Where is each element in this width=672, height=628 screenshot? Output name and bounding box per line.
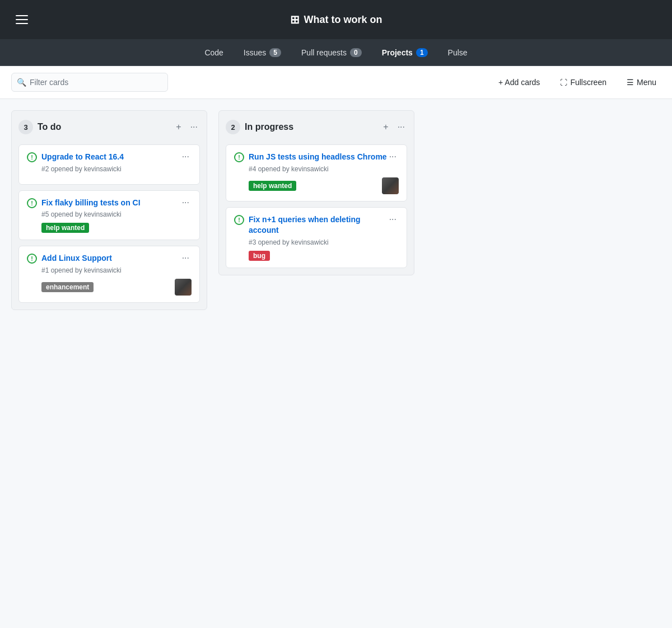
card-header: !Fix n+1 queries when deleting account··…	[234, 214, 399, 236]
nav-item-code-label: Code	[204, 48, 223, 57]
card-meta: #4 opened by kevinsawicki	[249, 165, 399, 173]
search-icon: 🔍	[17, 78, 26, 87]
avatar	[382, 177, 399, 194]
nav-item-issues-label: Issues	[244, 48, 266, 57]
column-in-progress: 2In progress+···!Run JS tests using head…	[218, 110, 414, 275]
card-footer: bug	[249, 251, 399, 261]
card-more-button[interactable]: ···	[387, 152, 399, 162]
card-title[interactable]: Upgrade to React 16.4	[41, 152, 124, 163]
card-header: !Add Linux Support···	[27, 253, 192, 264]
card-title[interactable]: Run JS tests using headless Chrome	[249, 152, 387, 163]
card-labels: help wanted	[249, 181, 296, 191]
card-title-wrap: !Upgrade to React 16.4	[27, 152, 180, 163]
card-footer: enhancement	[41, 279, 192, 296]
column-header-left: 2In progress	[226, 120, 293, 134]
card-header: !Upgrade to React 16.4···	[27, 152, 192, 163]
card-title[interactable]: Fix n+1 queries when deleting account	[249, 214, 387, 236]
card-footer: help wanted	[249, 177, 399, 194]
label-help: help wanted	[41, 223, 89, 233]
avatar	[175, 279, 192, 296]
card-title[interactable]: Add Linux Support	[41, 253, 112, 264]
issue-open-icon: !	[234, 152, 244, 162]
add-cards-label: + Add cards	[498, 78, 540, 87]
projects-badge: 1	[416, 48, 428, 57]
label-enhancement: enhancement	[41, 282, 94, 292]
card-footer: help wanted	[41, 223, 192, 233]
card-meta: #2 opened by kevinsawicki	[41, 165, 192, 173]
card-labels: enhancement	[41, 282, 94, 292]
issues-badge: 5	[269, 48, 281, 57]
menu-lines-icon: ☰	[627, 78, 634, 87]
card: !Fix n+1 queries when deleting account··…	[226, 207, 407, 268]
filter-input-wrap: 🔍	[11, 73, 168, 92]
column-header-in-progress: 2In progress+···	[226, 118, 407, 139]
nav-item-pull-requests[interactable]: Pull requests 0	[292, 44, 371, 62]
card-labels: bug	[249, 251, 270, 261]
issue-open-icon: !	[27, 198, 37, 208]
header: ⊞ What to work on	[0, 0, 672, 39]
card-title[interactable]: Fix flaky billing tests on CI	[41, 198, 141, 209]
nav-item-projects[interactable]: Projects 1	[373, 44, 437, 62]
card-more-button[interactable]: ···	[180, 198, 192, 208]
header-title-text: What to work on	[304, 14, 382, 26]
card-meta: #5 opened by kevinsawicki	[41, 210, 192, 218]
toolbar: 🔍 + Add cards ⛶ Fullscreen ☰ Menu	[0, 66, 672, 99]
fullscreen-button[interactable]: ⛶ Fullscreen	[556, 76, 611, 89]
card: !Upgrade to React 16.4···#2 opened by ke…	[18, 144, 200, 185]
nav-item-pulse-label: Pulse	[448, 48, 468, 57]
card-meta: #1 opened by kevinsawicki	[41, 266, 192, 274]
column-header-left: 3To do	[18, 120, 61, 134]
column-header-actions: +···	[381, 121, 407, 133]
card-title-wrap: !Fix n+1 queries when deleting account	[234, 214, 387, 236]
card: !Fix flaky billing tests on CI···#5 open…	[18, 190, 200, 241]
card: !Run JS tests using headless Chrome···#4…	[226, 144, 407, 201]
card-title-wrap: !Fix flaky billing tests on CI	[27, 198, 180, 209]
card-title-wrap: !Run JS tests using headless Chrome	[234, 152, 387, 163]
column-more-button[interactable]: ···	[188, 121, 200, 133]
card-header: !Fix flaky billing tests on CI···	[27, 198, 192, 209]
card-labels: help wanted	[41, 223, 89, 233]
nav-item-projects-label: Projects	[382, 48, 413, 57]
column-add-button[interactable]: +	[174, 121, 183, 133]
card-title-wrap: !Add Linux Support	[27, 253, 180, 264]
column-count: 2	[226, 120, 240, 134]
column-title: In progress	[245, 122, 293, 132]
column-header-actions: +···	[174, 121, 200, 133]
issue-open-icon: !	[234, 215, 244, 225]
card-more-button[interactable]: ···	[387, 214, 399, 224]
header-title: ⊞ What to work on	[290, 13, 382, 26]
project-board: 3To do+···!Upgrade to React 16.4···#2 op…	[0, 99, 672, 628]
fullscreen-icon: ⛶	[560, 78, 567, 87]
toolbar-actions: + Add cards ⛶ Fullscreen ☰ Menu	[494, 76, 661, 89]
label-bug: bug	[249, 251, 270, 261]
add-cards-button[interactable]: + Add cards	[494, 76, 544, 89]
column-more-button[interactable]: ···	[395, 121, 407, 133]
card-header: !Run JS tests using headless Chrome···	[234, 152, 399, 163]
nav-item-issues[interactable]: Issues 5	[235, 44, 290, 62]
issue-open-icon: !	[27, 254, 37, 264]
fullscreen-label: Fullscreen	[570, 78, 606, 87]
column-add-button[interactable]: +	[381, 121, 390, 133]
menu-label: Menu	[637, 78, 656, 87]
pr-badge: 0	[350, 48, 362, 57]
filter-input[interactable]	[11, 73, 168, 92]
card: !Add Linux Support···#1 opened by kevins…	[18, 246, 200, 303]
card-meta: #3 opened by kevinsawicki	[249, 238, 399, 246]
card-more-button[interactable]: ···	[180, 152, 192, 162]
hamburger-menu-icon[interactable]	[11, 11, 32, 29]
nav-item-pulse[interactable]: Pulse	[439, 44, 477, 62]
issue-open-icon: !	[27, 152, 37, 162]
column-todo: 3To do+···!Upgrade to React 16.4···#2 op…	[11, 110, 207, 310]
column-count: 3	[18, 120, 33, 134]
column-title: To do	[38, 122, 61, 132]
nav-item-pr-label: Pull requests	[301, 48, 347, 57]
nav-bar: Code Issues 5 Pull requests 0 Projects 1…	[0, 39, 672, 66]
column-header-todo: 3To do+···	[18, 118, 200, 139]
project-board-icon: ⊞	[290, 13, 300, 26]
label-help: help wanted	[249, 181, 296, 191]
menu-button[interactable]: ☰ Menu	[622, 76, 661, 89]
card-more-button[interactable]: ···	[180, 253, 192, 263]
nav-item-code[interactable]: Code	[195, 44, 232, 62]
